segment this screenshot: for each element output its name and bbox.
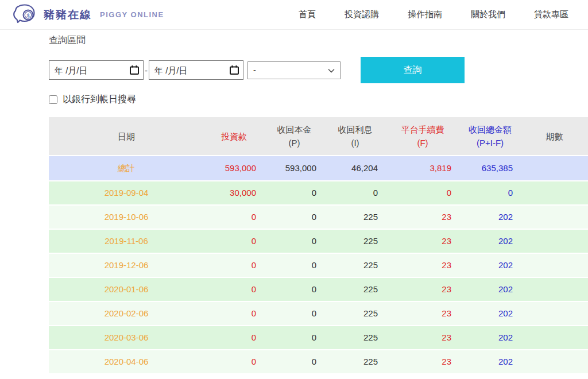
cell-date: 2019-09-04 — [49, 181, 204, 204]
cell-periods — [521, 206, 588, 229]
cell-fee: 23 — [386, 254, 459, 277]
nav-item[interactable]: 首頁 — [299, 9, 316, 20]
total-principal: 593,000 — [264, 156, 324, 180]
nav-item[interactable]: 關於我們 — [471, 9, 505, 20]
cell-periods — [521, 181, 588, 204]
calendar-icon[interactable] — [229, 65, 239, 75]
table-row: 2019-10-06 0 0 225 23 202 — [49, 204, 588, 229]
cell-date: 2020-03-06 — [49, 326, 204, 349]
date-to-wrapper — [149, 60, 243, 80]
cell-principal: 0 — [264, 278, 324, 301]
cell-total: 202 — [459, 350, 521, 373]
cell-date: 2019-12-06 — [49, 254, 204, 277]
cell-periods — [521, 350, 588, 373]
query-section-title: 查詢區間 — [49, 34, 588, 47]
nav-item[interactable]: 操作指南 — [408, 9, 442, 20]
piggy-logo-icon: $ — [11, 3, 38, 26]
calendar-icon[interactable] — [129, 65, 140, 75]
total-fee: 3,819 — [386, 156, 459, 180]
top-navbar: $ 豬豬在線 PIGGY ONLINE 首頁投資認購操作指南關於我們貸款專區 — [0, 0, 588, 30]
date-range-separator: - — [144, 65, 149, 75]
cell-principal: 0 — [264, 254, 324, 277]
cell-periods — [521, 254, 588, 277]
nav-item[interactable]: 投資認購 — [345, 9, 379, 20]
cell-interest: 225 — [324, 350, 386, 373]
column-header: 收回本金 (P) — [264, 117, 324, 155]
cell-total: 202 — [459, 278, 521, 301]
cell-fee: 23 — [386, 230, 459, 253]
total-periods — [521, 156, 588, 180]
cell-fee: 0 — [386, 181, 459, 204]
cell-periods — [521, 302, 588, 325]
table-row: 2020-04-06 0 0 225 23 202 — [49, 349, 588, 373]
cell-total: 202 — [459, 230, 521, 253]
column-header: 收回總金額 (P+I-F) — [459, 117, 521, 155]
cell-investment: 0 — [204, 302, 264, 325]
column-header: 收回利息 (I) — [324, 117, 386, 155]
status-select-value: - — [253, 65, 256, 75]
column-header: 期數 — [521, 117, 588, 155]
bank-date-filter: 以銀行到帳日搜尋 — [49, 94, 588, 106]
total-interest: 46,204 — [324, 156, 386, 180]
table-header-row: 日期 投資款 收回本金 (P) 收回利息 (I) 平台手續費 (F) 收回總金額… — [49, 117, 588, 155]
date-from-wrapper — [49, 60, 144, 80]
cell-principal: 0 — [264, 181, 324, 204]
cell-fee: 23 — [386, 206, 459, 229]
cell-date: 2019-11-06 — [49, 230, 204, 253]
chevron-down-icon — [328, 65, 335, 75]
cell-interest: 225 — [324, 326, 386, 349]
cell-interest: 225 — [324, 278, 386, 301]
cell-fee: 23 — [386, 350, 459, 373]
cell-principal: 0 — [264, 302, 324, 325]
cell-principal: 0 — [264, 350, 324, 373]
total-label: 總計 — [49, 156, 204, 180]
cell-total: 0 — [459, 181, 521, 204]
brand-logo[interactable]: $ 豬豬在線 PIGGY ONLINE — [11, 3, 164, 26]
cell-total: 202 — [459, 254, 521, 277]
cell-periods — [521, 230, 588, 253]
column-header: 日期 — [49, 117, 204, 155]
bank-date-checkbox[interactable] — [49, 95, 57, 104]
table-row: 2020-01-06 0 0 225 23 202 — [49, 277, 588, 301]
cell-date: 2020-04-06 — [49, 350, 204, 373]
bank-date-checkbox-label: 以銀行到帳日搜尋 — [63, 94, 136, 106]
brand-name-zh: 豬豬在線 — [44, 7, 92, 22]
cell-interest: 225 — [324, 254, 386, 277]
cell-periods — [521, 326, 588, 349]
table-row: 2019-11-06 0 0 225 23 202 — [49, 229, 588, 253]
total-investment: 593,000 — [204, 156, 264, 180]
cell-interest: 0 — [324, 181, 386, 204]
cell-total: 202 — [459, 326, 521, 349]
table-row: 2020-02-06 0 0 225 23 202 — [49, 301, 588, 325]
total-amount: 635,385 — [459, 156, 521, 180]
brand-name-en: PIGGY ONLINE — [100, 10, 164, 19]
nav-item[interactable]: 貸款專區 — [534, 9, 568, 20]
table-row: 2020-03-06 0 0 225 23 202 — [49, 325, 588, 349]
table-total-row: 總計 593,000 593,000 46,204 3,819 635,385 — [49, 155, 588, 180]
cell-principal: 0 — [264, 206, 324, 229]
table-row: 2019-09-04 30,000 0 0 0 0 — [49, 180, 588, 204]
cell-principal: 0 — [264, 326, 324, 349]
cell-investment: 0 — [204, 230, 264, 253]
cell-total: 202 — [459, 206, 521, 229]
cell-fee: 23 — [386, 326, 459, 349]
search-button[interactable]: 查詢 — [361, 57, 465, 83]
cell-investment: 0 — [204, 350, 264, 373]
status-select[interactable]: - — [247, 61, 341, 79]
table-row: 2019-12-06 0 0 225 23 202 — [49, 253, 588, 277]
nav-menu: 首頁投資認購操作指南關於我們貸款專區 — [299, 9, 568, 20]
cell-investment: 30,000 — [204, 181, 264, 204]
cell-fee: 23 — [386, 278, 459, 301]
column-header: 投資款 — [204, 117, 264, 155]
cell-date: 2019-10-06 — [49, 206, 204, 229]
cell-date: 2020-02-06 — [49, 302, 204, 325]
cell-investment: 0 — [204, 278, 264, 301]
cell-interest: 225 — [324, 206, 386, 229]
cell-total: 202 — [459, 302, 521, 325]
cell-date: 2020-01-06 — [49, 278, 204, 301]
cell-interest: 225 — [324, 230, 386, 253]
cell-principal: 0 — [264, 230, 324, 253]
cell-fee: 23 — [386, 302, 459, 325]
cell-investment: 0 — [204, 254, 264, 277]
results-table: 日期 投資款 收回本金 (P) 收回利息 (I) 平台手續費 (F) 收回總金額… — [49, 117, 588, 373]
